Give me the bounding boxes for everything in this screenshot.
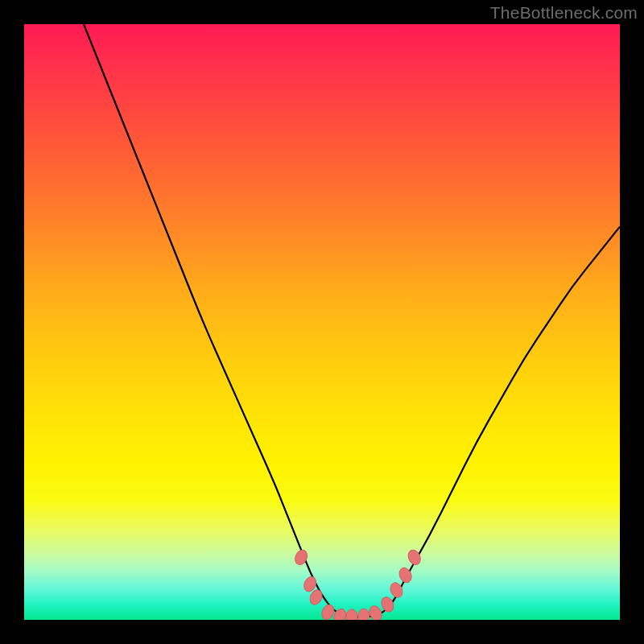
curve-marker xyxy=(358,609,369,620)
curve-marker xyxy=(367,604,384,620)
curve-marker xyxy=(379,595,396,613)
plot-area xyxy=(24,24,620,620)
chart-frame: TheBottleneck.com xyxy=(0,0,644,644)
bottleneck-curve-svg xyxy=(24,24,620,620)
bottleneck-curve-path xyxy=(84,24,620,617)
curve-marker xyxy=(346,609,357,620)
watermark-text: TheBottleneck.com xyxy=(490,3,638,23)
